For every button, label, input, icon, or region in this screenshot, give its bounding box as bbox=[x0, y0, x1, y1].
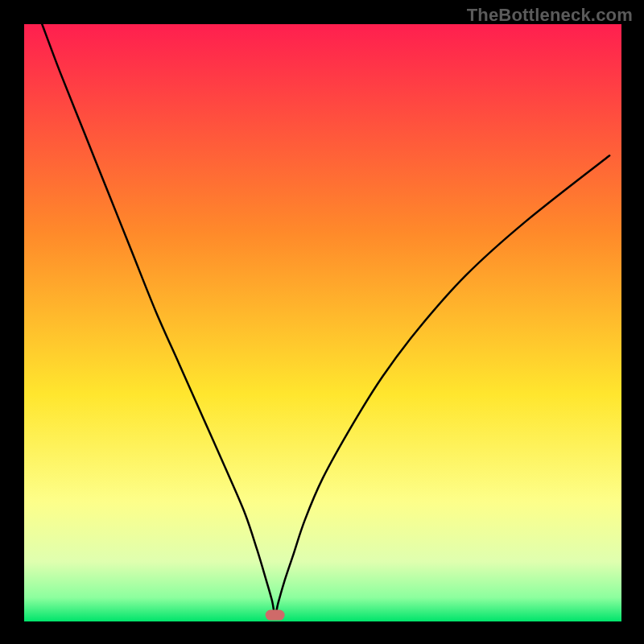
bottleneck-chart bbox=[0, 0, 644, 644]
frame-left bbox=[0, 0, 24, 644]
watermark-text: TheBottleneck.com bbox=[467, 5, 633, 26]
frame-right bbox=[621, 0, 644, 644]
plot-background bbox=[24, 24, 621, 621]
frame-bottom bbox=[0, 621, 644, 644]
chart-container: TheBottleneck.com bbox=[0, 0, 644, 644]
min-marker bbox=[266, 610, 285, 621]
